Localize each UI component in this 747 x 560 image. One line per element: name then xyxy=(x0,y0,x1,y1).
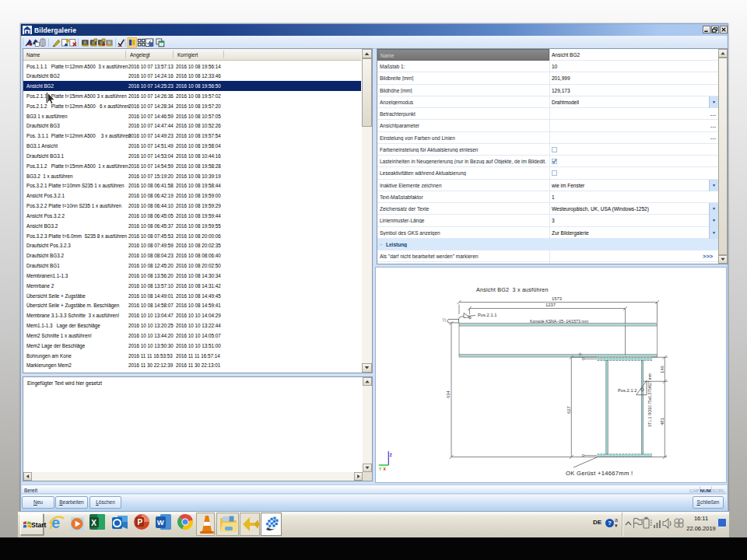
svg-text:Pos.2.1.2: Pos.2.1.2 xyxy=(618,388,637,393)
svg-text:P: P xyxy=(137,518,142,527)
svg-text:Y: Y xyxy=(379,467,382,471)
svg-text:Pos.2.1.1: Pos.2.1.1 xyxy=(478,313,497,317)
svg-text:1573: 1573 xyxy=(552,296,562,301)
svg-text:Konsole KSNA−05−14/1573 mm: Konsole KSNA−05−14/1573 mm xyxy=(530,319,588,324)
svg-text:STL.1 RO10.75x0.375/627 mm: STL.1 RO10.75x0.375/627 mm xyxy=(647,373,652,427)
svg-text:X: X xyxy=(384,467,387,471)
svg-text:OK Gerüst +14667mm !: OK Gerüst +14667mm ! xyxy=(566,470,633,477)
svg-text:W: W xyxy=(157,518,164,527)
svg-text:627: 627 xyxy=(566,406,571,414)
svg-text:634: 634 xyxy=(446,390,451,398)
svg-text:481: 481 xyxy=(660,418,665,425)
svg-text:146: 146 xyxy=(660,366,665,373)
svg-text:17: 17 xyxy=(443,317,447,322)
svg-text:1237: 1237 xyxy=(545,303,556,307)
svg-text:Ansicht BG2 3 x ausführen: Ansicht BG2 3 x ausführen xyxy=(476,286,549,293)
svg-text:Z: Z xyxy=(390,453,393,457)
svg-text:X: X xyxy=(91,519,96,527)
svg-text:19: 19 xyxy=(578,352,582,356)
